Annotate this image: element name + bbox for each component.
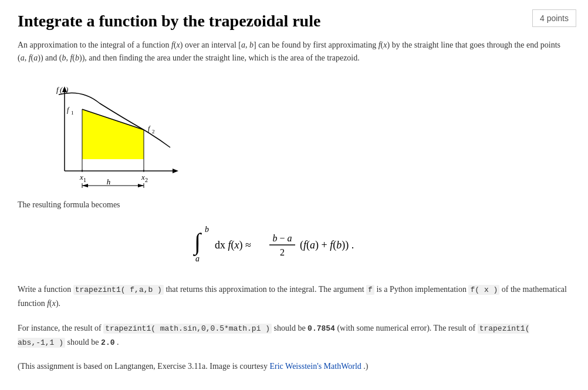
svg-text:2: 2	[280, 247, 285, 257]
svg-text:a: a	[195, 254, 200, 263]
instance-val1: 0.7854	[307, 324, 335, 333]
svg-marker-4	[82, 109, 144, 159]
svg-text:1: 1	[83, 177, 86, 183]
page-title: Integrate a function by the trapezoidal …	[18, 12, 570, 31]
points-badge: 4 points	[532, 9, 576, 27]
svg-text:h: h	[107, 177, 111, 186]
formula-label: The resulting formula becomes	[18, 200, 570, 210]
svg-text:(f(a) + f(b)) .: (f(a) + f(b)) .	[300, 239, 354, 251]
svg-marker-17	[82, 184, 88, 187]
svg-text:dx f(x) ≈: dx f(x) ≈	[215, 239, 251, 251]
instance-code1: trapezint1( math.sin,0,0.5*math.pi )	[103, 324, 272, 334]
intro-paragraph: An approximation to the integral of a fu…	[18, 39, 570, 65]
mathworld-link[interactable]: Eric Weisstein's MathWorld	[269, 362, 361, 371]
svg-text:f: f	[148, 125, 151, 133]
svg-marker-18	[138, 184, 144, 187]
svg-text:∫: ∫	[192, 228, 202, 256]
citation-section: (This assignment is based on Langtangen,…	[18, 360, 570, 373]
svg-text:f: f	[67, 106, 70, 114]
formula-container: ∫ b a dx f(x) ≈ b − a 2 (f(a) + f(b)) .	[18, 219, 570, 268]
trapezint1-code: trapezint1( f,a,b )	[73, 285, 164, 295]
svg-text:x: x	[141, 173, 145, 181]
fx-code: f( x )	[468, 285, 499, 295]
diagram-container: x 1 x 2 h f (x) f 1 f 2	[35, 77, 188, 189]
f-arg: f	[366, 285, 374, 295]
svg-text:2: 2	[152, 129, 155, 135]
svg-marker-3	[173, 169, 178, 173]
instance-val2: 2.0	[101, 338, 114, 347]
svg-text:b − a: b − a	[272, 233, 292, 243]
instance-section: For instance, the result of trapezint1( …	[18, 321, 570, 349]
svg-text:2: 2	[145, 177, 148, 183]
svg-text:b: b	[205, 225, 209, 234]
svg-text:x: x	[79, 173, 83, 181]
write-section: Write a function trapezint1( f,a,b ) tha…	[18, 283, 570, 311]
svg-text:1: 1	[71, 110, 74, 116]
svg-text:(x): (x)	[60, 85, 68, 94]
